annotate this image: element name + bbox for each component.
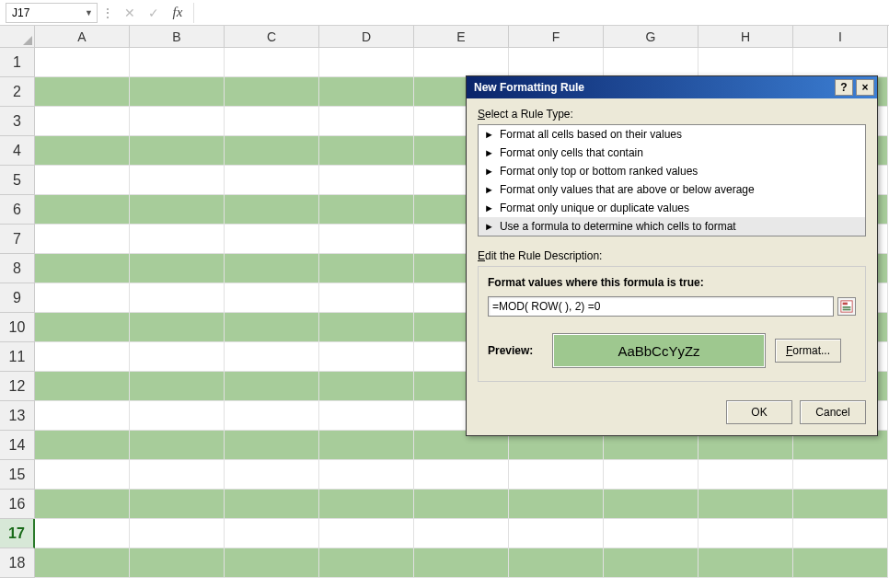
cell[interactable]	[35, 225, 130, 254]
name-box[interactable]: J17 ▼	[6, 3, 98, 23]
format-button[interactable]: Format...	[775, 339, 841, 363]
range-selector-icon[interactable]	[837, 297, 856, 316]
cell[interactable]	[698, 460, 793, 490]
cell[interactable]	[319, 283, 414, 313]
cell[interactable]	[509, 48, 604, 77]
cell[interactable]	[130, 490, 225, 519]
row-header[interactable]: 9	[0, 283, 35, 313]
cell[interactable]	[130, 107, 225, 136]
row-header[interactable]: 13	[0, 401, 35, 431]
cell[interactable]	[35, 195, 130, 225]
cell[interactable]	[319, 401, 414, 431]
row-header[interactable]: 1	[0, 48, 35, 77]
cell[interactable]	[319, 431, 414, 460]
formula-input-field[interactable]	[488, 296, 834, 317]
formula-input[interactable]	[193, 3, 889, 23]
cell[interactable]	[509, 490, 604, 519]
row-header[interactable]: 6	[0, 195, 35, 225]
cell[interactable]	[225, 460, 319, 490]
cell[interactable]	[698, 48, 793, 77]
cell[interactable]	[319, 372, 414, 401]
cell[interactable]	[35, 342, 130, 372]
cell[interactable]	[793, 48, 888, 77]
cell[interactable]	[225, 490, 319, 519]
cell[interactable]	[604, 519, 698, 548]
row-header[interactable]: 15	[0, 460, 35, 490]
cell[interactable]	[319, 313, 414, 342]
cell[interactable]	[225, 342, 319, 372]
row-header[interactable]: 7	[0, 225, 35, 254]
cell[interactable]	[319, 519, 414, 548]
cell[interactable]	[35, 460, 130, 490]
cell[interactable]	[35, 431, 130, 460]
row-header[interactable]: 17	[0, 519, 35, 548]
cell[interactable]	[225, 136, 319, 166]
cell[interactable]	[130, 519, 225, 548]
chevron-down-icon[interactable]: ▼	[85, 8, 93, 17]
rule-type-item[interactable]: ►Format only top or bottom ranked values	[479, 162, 865, 180]
cell[interactable]	[35, 136, 130, 166]
cell[interactable]	[698, 490, 793, 519]
column-header[interactable]: B	[130, 26, 225, 48]
cell[interactable]	[130, 342, 225, 372]
column-header[interactable]: I	[793, 26, 888, 48]
cell[interactable]	[130, 254, 225, 283]
cell[interactable]	[35, 166, 130, 195]
cell[interactable]	[319, 225, 414, 254]
cell[interactable]	[793, 490, 888, 519]
cell[interactable]	[698, 548, 793, 578]
cell[interactable]	[509, 519, 604, 548]
cell[interactable]	[130, 48, 225, 77]
cancel-button[interactable]: Cancel	[800, 400, 866, 424]
cell[interactable]	[225, 401, 319, 431]
cell[interactable]	[225, 166, 319, 195]
row-header[interactable]: 10	[0, 313, 35, 342]
cell[interactable]	[319, 77, 414, 107]
cell[interactable]	[35, 519, 130, 548]
column-header[interactable]: G	[604, 26, 698, 48]
cell[interactable]	[225, 107, 319, 136]
row-header[interactable]: 2	[0, 77, 35, 107]
cell[interactable]	[414, 548, 509, 578]
rule-type-item[interactable]: ►Format only cells that contain	[479, 144, 865, 162]
cell[interactable]	[35, 313, 130, 342]
cell[interactable]	[35, 283, 130, 313]
cell[interactable]	[130, 431, 225, 460]
cell[interactable]	[225, 48, 319, 77]
row-header[interactable]: 14	[0, 431, 35, 460]
column-header[interactable]: H	[698, 26, 793, 48]
cell[interactable]	[130, 548, 225, 578]
rule-type-item[interactable]: ►Format all cells based on their values	[479, 125, 865, 144]
cell[interactable]	[35, 48, 130, 77]
cell[interactable]	[604, 490, 698, 519]
cell[interactable]	[225, 225, 319, 254]
cell[interactable]	[319, 254, 414, 283]
accept-formula-icon[interactable]: ✓	[142, 3, 166, 23]
cell[interactable]	[319, 195, 414, 225]
rule-type-list[interactable]: ►Format all cells based on their values►…	[478, 124, 866, 236]
rule-type-item[interactable]: ►Format only unique or duplicate values	[479, 199, 865, 217]
select-all-corner[interactable]	[0, 26, 35, 48]
cell[interactable]	[793, 519, 888, 548]
row-header[interactable]: 18	[0, 548, 35, 578]
cell[interactable]	[35, 372, 130, 401]
cell[interactable]	[319, 166, 414, 195]
row-header[interactable]: 12	[0, 372, 35, 401]
cell[interactable]	[130, 313, 225, 342]
rule-type-item[interactable]: ►Use a formula to determine which cells …	[479, 217, 865, 236]
cell[interactable]	[319, 460, 414, 490]
cell[interactable]	[509, 548, 604, 578]
fx-icon[interactable]: fx	[166, 3, 190, 23]
cell[interactable]	[319, 136, 414, 166]
column-header[interactable]: D	[319, 26, 414, 48]
rule-type-item[interactable]: ►Format only values that are above or be…	[479, 180, 865, 199]
cell[interactable]	[509, 460, 604, 490]
cell[interactable]	[698, 519, 793, 548]
cell[interactable]	[130, 166, 225, 195]
cell[interactable]	[604, 48, 698, 77]
row-header[interactable]: 8	[0, 254, 35, 283]
cell[interactable]	[130, 195, 225, 225]
column-header[interactable]: F	[509, 26, 604, 48]
cell[interactable]	[414, 490, 509, 519]
cell[interactable]	[35, 107, 130, 136]
